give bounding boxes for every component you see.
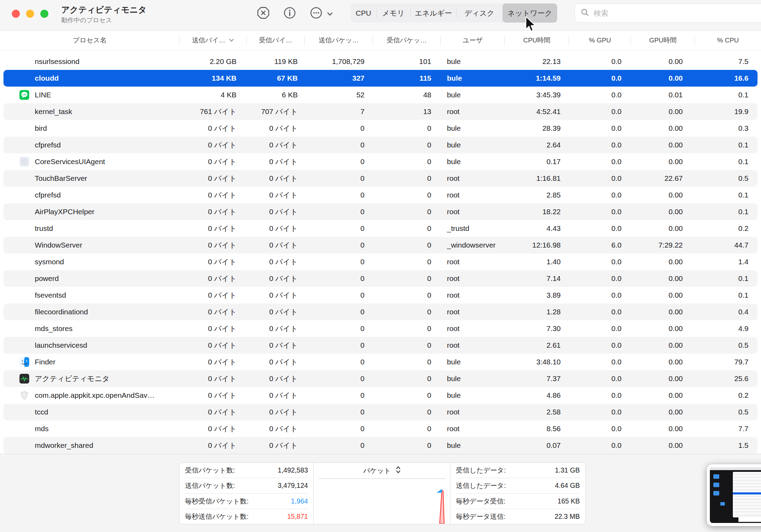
tab-ディスク[interactable]: ディスク [456,3,503,23]
process-name: trustd [35,224,53,233]
stat-value: 15,871 [287,513,308,521]
column-header-rx_pkts[interactable]: 受信パケッ… [373,31,441,50]
cell-cpu_time: 1:16.81 [505,174,569,183]
cell-gpu_time: 22.67 [631,174,695,183]
stat-row: 送信パケット数:3,479,124 [185,478,308,493]
column-header-cpu_pct[interactable]: % CPU [695,31,761,50]
cell-gpu_pct: 0.0 [569,158,631,166]
tab-CPU[interactable]: CPU [351,3,376,23]
process-name: TouchBarServer [35,174,87,183]
cell-tx_pkts: 0 [305,374,373,383]
table-row-tccd[interactable]: tccd0 バイト0 バイト00root2.580.00.000.5 [3,404,758,420]
table-row-mdworker_shared[interactable]: mdworker_shared0 バイト0 バイト00bule0.070.00.… [3,437,758,454]
cell-gpu_pct: 0.0 [569,358,631,366]
table-row-launchservicesd[interactable]: launchservicesd0 バイト0 バイト00root2.610.00.… [3,337,758,354]
cell-gpu_time: 0.00 [631,308,695,316]
cell-rx_bytes: 0 バイト [247,224,305,233]
table-row-WindowServer[interactable]: WindowServer0 バイト0 バイト00_windowserver12:… [3,237,758,253]
search-input[interactable] [594,9,747,17]
data-stats-panel: 受信したデータ:1.31 GB送信したデータ:4.64 GB毎秒データ受信:16… [450,463,585,524]
tab-メモリ[interactable]: メモリ [376,3,410,23]
cell-cpu_time: 1:14.59 [505,74,569,82]
table-row-mds[interactable]: mds0 バイト0 バイト00root8.560.00.007.7 [3,420,758,437]
cell-tx_pkts: 327 [305,74,373,82]
column-header-tx_pkts[interactable]: 送信パケッ… [305,31,373,50]
stat-value: 165 KB [558,497,580,505]
cell-cpu_pct: 0.2 [695,224,758,233]
inspect-process-button[interactable] [282,6,297,21]
column-header-label: GPU時間 [649,36,676,45]
tab-エネルギー[interactable]: エネルギー [410,3,456,23]
table-row-nsurlsessiond[interactable]: nsurlsessiond2.20 GB119 KB1,708,729101bu… [3,53,758,70]
cell-gpu_time: 0.00 [631,291,695,299]
cell-cpu_time: 0.17 [505,158,569,166]
screenshot-preview-thumbnail[interactable] [707,464,761,526]
table-row-bird[interactable]: bird0 バイト0 バイト00bule28.390.00.000.3 [3,120,758,137]
cell-tx_bytes: 761 バイト [179,107,247,116]
cell-tx_pkts: 0 [305,391,373,400]
table-row-fseventsd[interactable]: fseventsd0 バイト0 バイト00root3.890.00.000.1 [3,287,758,304]
column-header-gpu_pct[interactable]: % GPU [569,31,631,50]
cell-user: root [441,308,505,316]
search-field[interactable] [575,3,761,23]
table-row-CoreServicesUIAgent[interactable]: CoreServicesUIAgent0 バイト0 バイト00bule0.170… [3,153,758,170]
network-summary-footer: 受信パケット数:1,492,583送信パケット数:3,479,124毎秒受信パケ… [0,454,761,532]
cell-gpu_pct: 6.0 [569,241,631,249]
cell-user: root [441,258,505,266]
cell-cpu_time: 4.86 [505,391,569,400]
close-button[interactable] [12,10,20,18]
table-row-LINE[interactable]: LINELINE4 KB6 KB5248bule3:45.390.00.010.… [3,87,758,103]
app-icon-placeholder [19,307,29,317]
more-options-button[interactable] [309,6,323,21]
table-row-powerd[interactable]: powerd0 バイト0 バイト00root7.140.00.000.1 [3,270,758,287]
table-row-cfprefsd[interactable]: cfprefsd0 バイト0 バイト00bule2.640.00.000.1 [3,137,758,153]
cell-tx_pkts: 0 [305,441,373,450]
table-row-kernel_task[interactable]: kernel_task761 バイト707 バイト713root4:52.410… [3,103,758,120]
chart-mode-stepper[interactable] [396,466,401,476]
table-row-アクティビティモニタ[interactable]: アクティビティモニタ0 バイト0 バイト00bule7.370.00.0025.… [3,370,758,387]
column-header-tx_bytes[interactable]: 送信バイ… [179,31,247,50]
table-row-mds_stores[interactable]: mds_stores0 バイト0 バイト00root7.300.00.004.9 [3,320,758,337]
table-row-cloudd[interactable]: cloudd134 KB67 KB327115bule1:14.590.00.0… [3,70,758,87]
column-header-cpu_time[interactable]: CPU時間 [505,31,569,50]
cell-rx_bytes: 0 バイト [247,123,305,133]
table-row-filecoordinationd[interactable]: filecoordinationd0 バイト0 バイト00root1.280.0… [3,304,758,320]
minimize-button[interactable] [26,10,34,18]
stop-process-button[interactable] [256,6,271,21]
view-tab-bar: CPUメモリエネルギーディスクネットワーク [351,3,557,23]
column-header-name[interactable]: プロセス名 [0,31,179,50]
cell-tx_bytes: 134 KB [179,74,247,82]
stat-label: 毎秒受信パケット数: [185,497,249,506]
column-header-user[interactable]: ユーザ [441,31,505,50]
cell-cpu_time: 8.56 [505,425,569,433]
table-row-sysmond[interactable]: sysmond0 バイト0 バイト00root1.400.00.001.4 [3,253,758,270]
cell-cpu_pct: 79.7 [695,358,758,366]
table-row-trustd[interactable]: trustd0 バイト0 バイト00_trustd4.430.00.000.2 [3,220,758,237]
column-header-gpu_time[interactable]: GPU時間 [631,31,695,50]
table-row-cfprefsd[interactable]: cfprefsd0 バイト0 バイト00root2.850.00.000.1 [3,187,758,203]
column-header-label: 受信バイ… [259,36,293,45]
cell-gpu_time: 0.00 [631,441,695,450]
cell-rx_pkts: 0 [373,358,441,366]
table-row-AirPlayXPCHelper[interactable]: AirPlayXPCHelper0 バイト0 バイト00root18.220.0… [3,203,758,220]
table-row-com.apple.appkit.xpc.openAndSav…[interactable]: com.apple.appkit.xpc.openAndSav…0 バイト0 バ… [3,387,758,404]
stat-value: 4.64 GB [555,482,580,490]
coreservices-icon [19,157,29,167]
cell-gpu_pct: 0.0 [569,291,631,299]
cell-gpu_time: 0.00 [631,341,695,349]
cell-gpu_pct: 0.0 [569,74,631,82]
cell-tx_pkts: 52 [305,91,373,99]
table-row-TouchBarServer[interactable]: TouchBarServer0 バイト0 バイト00root1:16.810.0… [3,170,758,187]
column-header-rx_bytes[interactable]: 受信バイ… [247,31,305,50]
cell-gpu_pct: 0.0 [569,57,631,66]
cell-gpu_pct: 0.0 [569,374,631,383]
cell-cpu_pct: 0.1 [695,141,758,149]
process-name: cloudd [35,74,59,82]
process-table-body: nsurlsessiond2.20 GB119 KB1,708,729101bu… [0,50,761,454]
table-row-Finder[interactable]: Finder0 バイト0 バイト00bule3:48.100.00.0079.7 [3,354,758,370]
cell-gpu_time: 0.00 [631,224,695,233]
sort-descending-icon [229,39,234,42]
zoom-button[interactable] [40,10,48,18]
tab-ネットワーク[interactable]: ネットワーク [503,3,557,23]
cell-gpu_pct: 0.0 [569,408,631,416]
